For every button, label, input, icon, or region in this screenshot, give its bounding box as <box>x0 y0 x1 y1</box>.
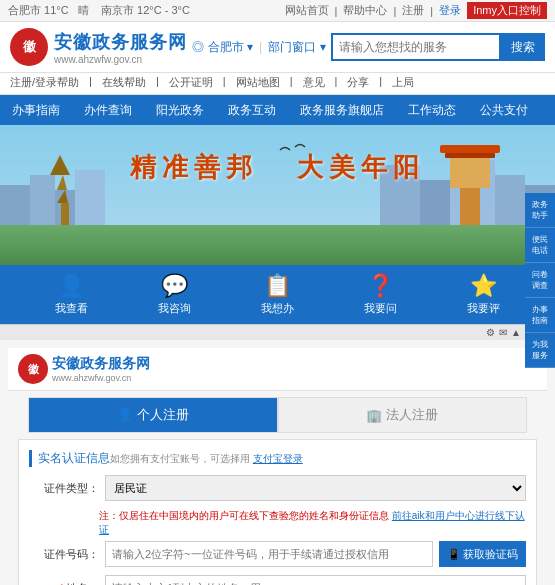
nav-item-sunshine[interactable]: 阳光政务 <box>144 95 216 125</box>
ask-icon: ❓ <box>367 273 394 299</box>
top-bar: 合肥市 11°C 晴 南京市 12°C - 3°C 网站首页 | 帮助中心 | … <box>0 0 555 22</box>
sublink-online[interactable]: 在线帮助 <box>102 75 146 90</box>
nav-item-flagship[interactable]: 政务服务旗舰店 <box>288 95 396 125</box>
enterprise-icon: 🏢 <box>366 408 382 423</box>
weather-info: 合肥市 11°C 晴 南京市 12°C - 3°C <box>8 3 190 18</box>
handle-icon: 📋 <box>264 273 291 299</box>
login-highlight-btn[interactable]: Inmy入口控制 <box>467 2 547 19</box>
svg-rect-3 <box>30 175 55 225</box>
quick-bar: 👤 我查看 💬 我咨询 📋 我想办 ❓ 我要问 ⭐ 我要评 <box>0 265 555 324</box>
svg-rect-16 <box>445 153 495 158</box>
form-note: 如您拥有支付宝账号，可选择用 支付宝登录 <box>110 452 303 466</box>
phone-icon: 📱 <box>447 548 461 561</box>
alipay-link[interactable]: 支付宝登录 <box>253 453 303 464</box>
cert-no-input[interactable] <box>105 541 433 567</box>
warn-text: 注：仅居住在中国境内的用户可在线下查验您的姓名和身份证信息 前往aik和用户中心… <box>99 509 526 537</box>
sublink-share[interactable]: 分享 <box>347 75 369 90</box>
name-input[interactable] <box>105 575 526 585</box>
quick-label-rate: 我要评 <box>467 301 500 316</box>
tab-enterprise[interactable]: 🏢 法人注册 <box>278 397 528 433</box>
svg-rect-18 <box>460 188 480 225</box>
name-row: 姓名： <box>29 575 526 585</box>
cert-type-row: 证件类型： 居民证 护照 港澳通行证 台湾通行证 <box>29 475 526 501</box>
registration-form: 实名认证信息 如您拥有支付宝账号，可选择用 支付宝登录 证件类型： 居民证 护照… <box>18 439 537 585</box>
section2-title: 安徽政务服务网 <box>52 355 150 373</box>
nav-item-guide[interactable]: 办事指南 <box>0 95 72 125</box>
cert-no-label: 证件号码： <box>29 547 99 562</box>
cert-no-row: 证件号码： 📱 获取验证码 <box>29 541 526 567</box>
status-icon-3: ▲ <box>511 327 521 338</box>
form-section-title: 实名认证信息 如您拥有支付宝账号，可选择用 支付宝登录 <box>29 450 526 467</box>
svg-rect-11 <box>420 180 450 225</box>
quick-item-ask[interactable]: ❓ 我要问 <box>364 273 397 316</box>
nav-item-news[interactable]: 工作动态 <box>396 95 468 125</box>
header: 徽 安徽政务服务网 www.ahzwfw.gov.cn ◎ 合肥市 ▾ | 部门… <box>0 22 555 73</box>
section2-logo: 徽 <box>18 354 48 384</box>
cert-type-label: 证件类型： <box>29 481 99 496</box>
consult-icon: 💬 <box>161 273 188 299</box>
link-login[interactable]: 登录 <box>439 3 461 18</box>
link-register[interactable]: 注册 <box>402 3 424 18</box>
site-title: 安徽政务服务网 <box>54 30 187 54</box>
banner: 精准善邦 大美年阳 <box>0 125 555 265</box>
quick-label-view: 我查看 <box>55 301 88 316</box>
quick-item-handle[interactable]: 📋 我想办 <box>261 273 294 316</box>
rate-icon: ⭐ <box>470 273 497 299</box>
quick-label-handle: 我想办 <box>261 301 294 316</box>
svg-rect-5 <box>75 170 105 225</box>
sidebar-item-phone[interactable]: 便民电话 <box>525 228 555 263</box>
quick-item-rate[interactable]: ⭐ 我要评 <box>467 273 500 316</box>
top-bar-right: 网站首页 | 帮助中心 | 注册 | 登录 Inmy入口控制 <box>285 2 547 19</box>
dept-selector[interactable]: 部门窗口 ▾ <box>268 39 325 56</box>
reg-tabs: 👤 个人注册 🏢 法人注册 <box>28 397 527 433</box>
right-sidebar: 政务助手 便民电话 问卷调查 办事指南 为我服务 <box>525 193 555 368</box>
name-label: 姓名： <box>29 581 99 586</box>
nav-item-payment[interactable]: 公共支付 <box>468 95 540 125</box>
logo-icon: 徽 <box>10 28 48 66</box>
person-icon: 👤 <box>117 407 133 422</box>
nav-item-interact[interactable]: 政务互动 <box>216 95 288 125</box>
cert-type-select[interactable]: 居民证 护照 港澳通行证 台湾通行证 <box>105 475 526 501</box>
quick-item-consult[interactable]: 💬 我咨询 <box>158 273 191 316</box>
sublink-sitemap[interactable]: 网站地图 <box>236 75 280 90</box>
site-subtitle: www.ahzwfw.gov.cn <box>54 54 187 65</box>
sidebar-item-assistant[interactable]: 政务助手 <box>525 193 555 228</box>
nav-bar: 办事指南 办件查询 阳光政务 政务互动 政务服务旗舰店 工作动态 公共支付 <box>0 95 555 125</box>
banner-text: 精准善邦 大美年阳 <box>130 150 426 185</box>
section2-subtitle: www.ahzwfw.gov.cn <box>52 373 150 383</box>
sublink-upload[interactable]: 上局 <box>392 75 414 90</box>
search-button[interactable]: 搜索 <box>501 33 545 61</box>
search-input[interactable] <box>331 33 501 61</box>
header-middle: ◎ 合肥市 ▾ | 部门窗口 ▾ <box>192 39 325 56</box>
registration-section: 徽 安徽政务服务网 www.ahzwfw.gov.cn 👤 个人注册 🏢 法人注… <box>0 340 555 585</box>
sublink-help[interactable]: 注册/登录帮助 <box>10 75 79 90</box>
quick-label-ask: 我要问 <box>364 301 397 316</box>
sublink-feedback[interactable]: 意见 <box>303 75 325 90</box>
bottom-status: ⚙ ✉ ▲ ◎ ◉ <box>0 324 555 340</box>
quick-label-consult: 我咨询 <box>158 301 191 316</box>
sidebar-item-myservice[interactable]: 为我服务 <box>525 333 555 368</box>
svg-rect-13 <box>495 175 525 225</box>
sidebar-item-survey[interactable]: 问卷调查 <box>525 263 555 298</box>
location-selector[interactable]: ◎ 合肥市 ▾ <box>192 39 253 56</box>
svg-rect-2 <box>0 185 30 225</box>
svg-rect-9 <box>61 203 69 225</box>
link-help[interactable]: 帮助中心 <box>343 3 387 18</box>
section2-header: 徽 安徽政务服务网 www.ahzwfw.gov.cn <box>8 348 547 391</box>
quick-item-view[interactable]: 👤 我查看 <box>55 273 88 316</box>
sidebar-item-guide[interactable]: 办事指南 <box>525 298 555 333</box>
nav-item-query[interactable]: 办件查询 <box>72 95 144 125</box>
sub-header: 注册/登录帮助 | 在线帮助 | 公开证明 | 网站地图 | 意见 | 分享 |… <box>0 73 555 95</box>
sublink-cert[interactable]: 公开证明 <box>169 75 213 90</box>
offline-auth-link[interactable]: 前往aik和用户中心进行线下认证 <box>99 510 525 535</box>
verify-code-button[interactable]: 📱 获取验证码 <box>439 541 526 567</box>
tab-personal[interactable]: 👤 个人注册 <box>28 397 278 433</box>
svg-rect-15 <box>440 145 500 153</box>
status-icon-1: ⚙ <box>486 327 495 338</box>
link-home[interactable]: 网站首页 <box>285 3 329 18</box>
section2-logo-text: 安徽政务服务网 www.ahzwfw.gov.cn <box>52 355 150 383</box>
top-bar-left: 合肥市 11°C 晴 南京市 12°C - 3°C <box>8 3 190 18</box>
svg-rect-17 <box>450 158 490 188</box>
search-area: 搜索 <box>331 33 545 61</box>
logo-area: 徽 安徽政务服务网 www.ahzwfw.gov.cn <box>10 28 187 66</box>
